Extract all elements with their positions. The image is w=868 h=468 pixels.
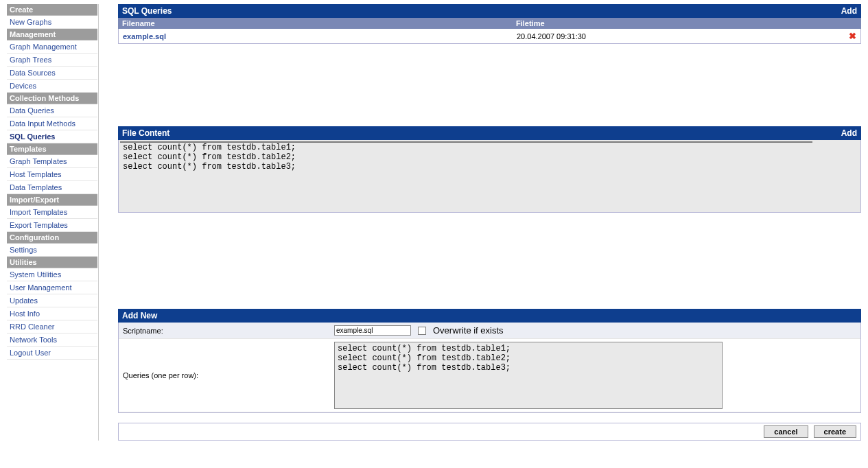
side-item-graph-management[interactable]: Graph Management bbox=[7, 40, 97, 54]
form-row-queries: Queries (one per row): bbox=[119, 339, 860, 412]
side-item-new-graphs[interactable]: New Graphs bbox=[7, 16, 97, 29]
create-button[interactable]: create bbox=[814, 425, 856, 438]
col-filename-header: Filename bbox=[122, 19, 516, 27]
file-content-title: File Content bbox=[122, 128, 169, 138]
side-item-settings[interactable]: Settings bbox=[7, 244, 97, 257]
side-item-logout-user[interactable]: Logout User bbox=[7, 347, 97, 360]
sql-queries-add-link[interactable]: Add bbox=[841, 6, 857, 16]
side-item-data-input-methods[interactable]: Data Input Methods bbox=[7, 117, 97, 130]
row-filename[interactable]: example.sql bbox=[123, 32, 517, 40]
sql-queries-title: SQL Queries bbox=[122, 6, 172, 16]
overwrite-label: Overwrite if exists bbox=[433, 325, 504, 336]
button-row: cancel create bbox=[118, 423, 861, 441]
sidebar: Create New Graphs Management Graph Manag… bbox=[7, 4, 99, 441]
delete-icon[interactable]: ✖ bbox=[840, 31, 856, 41]
side-header-templates: Templates bbox=[7, 143, 97, 155]
file-content-header: File Content Add bbox=[118, 126, 861, 140]
side-item-graph-templates[interactable]: Graph Templates bbox=[7, 155, 97, 168]
side-header-create: Create bbox=[7, 4, 97, 16]
form-row-scriptname: Scriptname: Overwrite if exists bbox=[119, 323, 860, 339]
side-item-import-templates[interactable]: Import Templates bbox=[7, 206, 97, 219]
file-content-add-link[interactable]: Add bbox=[841, 128, 857, 138]
side-item-updates[interactable]: Updates bbox=[7, 294, 97, 307]
add-new-form: Scriptname: Overwrite if exists Queries … bbox=[118, 323, 861, 413]
side-item-rrd-cleaner[interactable]: RRD Cleaner bbox=[7, 320, 97, 334]
row-filetime: 20.04.2007 09:31:30 bbox=[517, 32, 840, 40]
queries-textarea[interactable] bbox=[334, 342, 723, 409]
add-new-title: Add New bbox=[122, 311, 157, 320]
main-content: SQL Queries Add Filename Filetime exampl… bbox=[118, 4, 861, 441]
side-item-data-templates[interactable]: Data Templates bbox=[7, 181, 97, 194]
side-item-devices[interactable]: Devices bbox=[7, 80, 97, 93]
side-item-data-sources[interactable]: Data Sources bbox=[7, 67, 97, 80]
side-header-collection-methods: Collection Methods bbox=[7, 93, 97, 104]
side-item-host-templates[interactable]: Host Templates bbox=[7, 168, 97, 181]
side-item-host-info[interactable]: Host Info bbox=[7, 307, 97, 320]
scriptname-input[interactable] bbox=[334, 325, 411, 336]
sql-queries-header: SQL Queries Add bbox=[118, 4, 861, 18]
side-item-graph-trees[interactable]: Graph Trees bbox=[7, 54, 97, 67]
add-new-header: Add New bbox=[118, 309, 861, 323]
side-item-sql-queries[interactable]: SQL Queries bbox=[7, 130, 97, 143]
sql-queries-table-head: Filename Filetime bbox=[118, 18, 861, 29]
side-header-configuration: Configuration bbox=[7, 232, 97, 244]
side-header-utilities: Utilities bbox=[7, 257, 97, 268]
side-item-user-management[interactable]: User Management bbox=[7, 281, 97, 294]
side-item-data-queries[interactable]: Data Queries bbox=[7, 104, 97, 117]
col-filetime-header: Filetime bbox=[516, 19, 841, 27]
side-header-management: Management bbox=[7, 29, 97, 40]
overwrite-checkbox[interactable] bbox=[418, 327, 426, 335]
side-header-import-export: Import/Export bbox=[7, 194, 97, 206]
file-content-box: select count(*) from testdb.table1; sele… bbox=[118, 140, 861, 213]
cancel-button[interactable]: cancel bbox=[764, 425, 808, 438]
table-row: example.sql 20.04.2007 09:31:30 ✖ bbox=[118, 29, 861, 44]
side-item-network-tools[interactable]: Network Tools bbox=[7, 334, 97, 347]
scriptname-label: Scriptname: bbox=[119, 324, 330, 338]
side-item-system-utilities[interactable]: System Utilities bbox=[7, 268, 97, 281]
side-item-export-templates[interactable]: Export Templates bbox=[7, 219, 97, 232]
queries-label: Queries (one per row): bbox=[119, 368, 330, 382]
